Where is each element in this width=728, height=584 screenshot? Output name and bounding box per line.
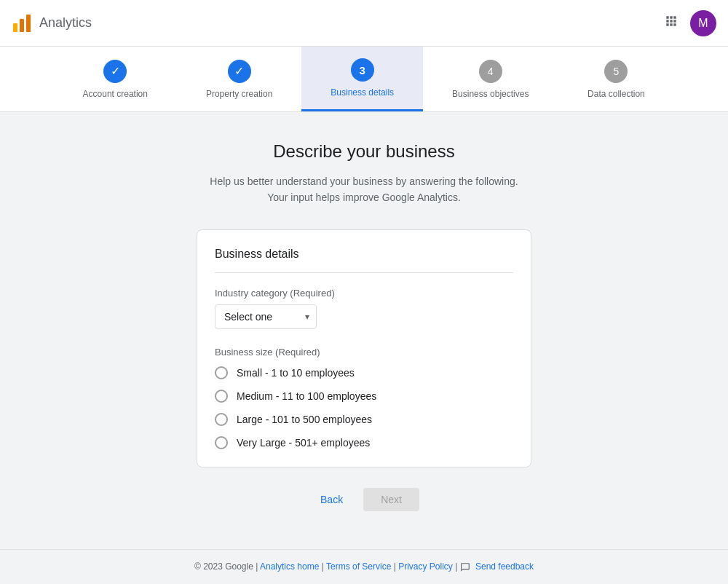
check-icon (111, 64, 120, 78)
step-property-creation[interactable]: Property creation (177, 47, 301, 111)
size-small-option[interactable]: Small - 1 to 10 employees (215, 366, 513, 379)
footer-privacy[interactable]: Privacy Policy (398, 561, 453, 572)
svg-rect-0 (13, 23, 17, 32)
back-button[interactable]: Back (309, 488, 355, 511)
size-large-label: Large - 101 to 500 employees (237, 414, 372, 425)
button-row: Back Next (309, 488, 419, 511)
user-avatar[interactable]: M (690, 10, 716, 36)
industry-select-wrapper: Select one (215, 304, 317, 329)
industry-label: Industry category (Required) (215, 288, 513, 299)
feedback-icon (460, 562, 470, 572)
size-large-rest: - 101 to 500 employees (263, 414, 372, 425)
apps-grid-icon[interactable] (664, 14, 678, 32)
step-business-details[interactable]: 3 Business details (301, 47, 423, 111)
size-small-rest: - 1 to 10 employees (262, 367, 355, 379)
industry-select[interactable]: Select one (215, 304, 317, 329)
size-large-option[interactable]: Large - 101 to 500 employees (215, 413, 513, 426)
size-medium-rest: - 11 to 100 employees (273, 390, 376, 402)
size-small-bold: Small (237, 367, 262, 379)
size-very-large-option[interactable]: Very Large - 501+ employees (215, 436, 513, 449)
step-label-business: Business details (331, 87, 394, 98)
size-small-label: Small - 1 to 10 employees (237, 367, 355, 379)
size-very-large-bold: Very Large (237, 437, 286, 449)
business-details-card: Business details Industry category (Requ… (197, 229, 531, 467)
step-label-property: Property creation (206, 89, 272, 99)
footer-terms[interactable]: Terms of Service (326, 561, 391, 572)
header-actions: M (664, 10, 716, 36)
size-medium-label: Medium - 11 to 100 employees (237, 390, 376, 402)
next-button[interactable]: Next (363, 488, 419, 511)
step-data-collection[interactable]: 5 Data collection (558, 47, 674, 111)
step-circle-data: 5 (604, 60, 628, 83)
size-small-radio[interactable] (215, 366, 228, 379)
footer-analytics-home[interactable]: Analytics home (260, 561, 319, 572)
footer: © 2023 Google | Analytics home | Terms o… (0, 549, 728, 584)
step-account-creation[interactable]: Account creation (54, 47, 177, 111)
size-large-bold: Large (237, 414, 263, 425)
card-title: Business details (215, 248, 513, 273)
svg-rect-1 (20, 19, 24, 32)
step-circle-account (103, 60, 127, 83)
step-circle-property (228, 60, 251, 83)
step-label-objectives: Business objectives (452, 89, 529, 99)
header: Analytics M (0, 0, 728, 47)
subtitle-line1: Help us better understand your business … (210, 175, 518, 187)
page-title: Describe your business (273, 141, 454, 162)
size-very-large-rest: - 501+ employees (286, 437, 371, 449)
step-business-objectives[interactable]: 4 Business objectives (423, 47, 558, 111)
size-very-large-label: Very Large - 501+ employees (237, 437, 370, 449)
analytics-logo-icon (12, 13, 32, 33)
step-label-account: Account creation (83, 89, 148, 99)
size-medium-bold: Medium (237, 390, 273, 402)
step-circle-objectives: 4 (479, 60, 502, 83)
size-medium-option[interactable]: Medium - 11 to 100 employees (215, 390, 513, 403)
page-subtitle: Help us better understand your business … (210, 173, 518, 206)
main-content: Describe your business Help us better un… (0, 112, 728, 569)
step-circle-business: 3 (351, 58, 374, 82)
svg-rect-2 (26, 15, 31, 32)
industry-select-value: Select one (224, 311, 272, 323)
size-very-large-radio[interactable] (215, 436, 228, 449)
footer-feedback[interactable]: Send feedback (475, 561, 534, 572)
app-title: Analytics (39, 15, 92, 31)
check-icon-2 (234, 64, 244, 78)
logo: Analytics (12, 13, 92, 33)
subtitle-line2: Your input helps improve Google Analytic… (267, 192, 461, 203)
size-medium-radio[interactable] (215, 390, 228, 403)
stepper: Account creation Property creation 3 Bus… (0, 47, 728, 112)
step-label-data: Data collection (587, 89, 645, 99)
footer-copyright: © 2023 Google (194, 561, 253, 572)
size-label: Business size (Required) (215, 347, 513, 358)
size-large-radio[interactable] (215, 413, 228, 426)
